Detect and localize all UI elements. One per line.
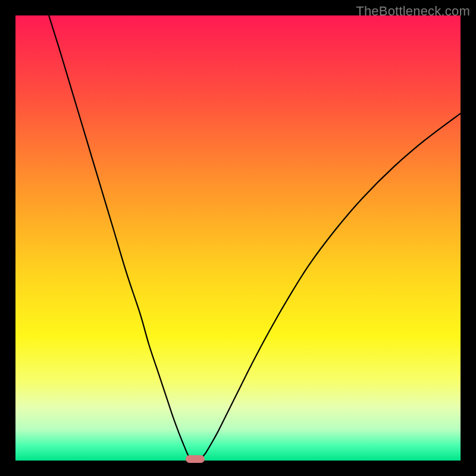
chart-frame	[15, 15, 461, 461]
plot-background	[15, 15, 461, 461]
plot-svg	[15, 15, 461, 461]
watermark-text: TheBottleneck.com	[356, 4, 470, 19]
bottleneck-marker	[186, 455, 205, 463]
